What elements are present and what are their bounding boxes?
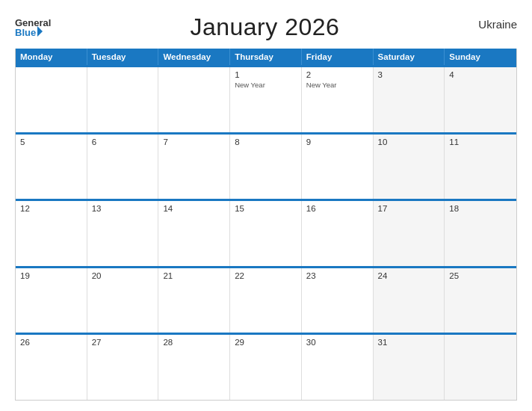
day-number: 5 [20, 137, 82, 146]
calendar-week: 19202122232425 [16, 266, 516, 333]
calendar-cell: 20 [87, 268, 159, 333]
calendar-cell: 29 [230, 335, 302, 400]
calendar-cell: 17 [374, 201, 445, 266]
calendar-cell: 12 [16, 201, 87, 266]
day-number: 25 [449, 271, 512, 280]
calendar: MondayTuesdayWednesdayThursdayFridaySatu… [15, 49, 517, 401]
calendar-cell: 14 [158, 201, 230, 266]
calendar-cell: 30 [302, 335, 374, 400]
calendar-cell: 28 [158, 335, 230, 400]
weekday-header: Thursday [230, 49, 302, 65]
calendar-week: 1New Year2New Year34 [16, 65, 516, 132]
day-number: 1 [235, 70, 297, 79]
calendar-cell: 6 [87, 135, 159, 200]
day-number: 20 [92, 271, 154, 280]
day-number: 18 [449, 204, 512, 213]
day-number: 17 [378, 204, 440, 213]
calendar-cell: 26 [16, 335, 87, 400]
weekday-header: Tuesday [87, 49, 159, 65]
calendar-cell: 13 [87, 201, 159, 266]
day-number: 29 [235, 338, 297, 347]
calendar-week: 262728293031 [16, 333, 516, 400]
logo-general-text: General [15, 18, 51, 28]
calendar-cell: 25 [445, 268, 516, 333]
day-number: 10 [378, 137, 440, 146]
calendar-cell: 15 [230, 201, 302, 266]
calendar-cell: 5 [16, 135, 87, 200]
calendar-cell: 23 [302, 268, 374, 333]
day-number: 8 [235, 137, 297, 146]
day-number: 22 [235, 271, 297, 280]
calendar-cell: 16 [302, 201, 374, 266]
calendar-cell: 8 [230, 135, 302, 200]
day-number: 15 [235, 204, 297, 213]
calendar-week: 567891011 [16, 132, 516, 200]
day-number: 6 [92, 137, 154, 146]
calendar-week: 12131415161718 [16, 199, 516, 266]
calendar-cell: 19 [16, 268, 87, 333]
calendar-cell: 24 [374, 268, 445, 333]
logo: General Blue [15, 18, 51, 37]
day-number: 21 [163, 271, 225, 280]
calendar-cell: 11 [445, 135, 516, 200]
calendar-cell: 9 [302, 135, 374, 200]
weekday-header: Sunday [445, 49, 516, 65]
day-number: 19 [20, 271, 82, 280]
logo-blue-row: Blue [15, 28, 51, 37]
day-number: 9 [306, 137, 368, 146]
page: General Blue January 2026 Ukraine Monday… [0, 0, 532, 411]
header: General Blue January 2026 Ukraine [15, 13, 517, 41]
day-number: 12 [20, 204, 82, 213]
holiday-label: New Year [235, 81, 297, 90]
calendar-cell: 21 [158, 268, 230, 333]
calendar-header: MondayTuesdayWednesdayThursdayFridaySatu… [16, 49, 516, 65]
weekday-header: Saturday [374, 49, 445, 65]
logo-blue-text: Blue [15, 28, 36, 37]
day-number: 24 [378, 271, 440, 280]
day-number: 4 [449, 70, 512, 79]
logo-triangle-icon [37, 26, 43, 37]
day-number: 16 [306, 204, 368, 213]
calendar-cell: 10 [374, 135, 445, 200]
day-number: 14 [163, 204, 225, 213]
day-number: 3 [378, 70, 440, 79]
calendar-cell: 31 [374, 335, 445, 400]
calendar-cell [87, 67, 159, 132]
country-label: Ukraine [478, 13, 517, 31]
weekday-header: Friday [302, 49, 374, 65]
day-number: 11 [449, 137, 512, 146]
calendar-cell: 4 [445, 67, 516, 132]
day-number: 28 [163, 338, 225, 347]
calendar-cell: 18 [445, 201, 516, 266]
calendar-cell [445, 335, 516, 400]
day-number: 13 [92, 204, 154, 213]
day-number: 31 [378, 338, 440, 347]
weekday-header: Wednesday [158, 49, 230, 65]
calendar-title: January 2026 [190, 13, 339, 41]
weekday-header: Monday [16, 49, 87, 65]
calendar-cell: 7 [158, 135, 230, 200]
calendar-cell: 22 [230, 268, 302, 333]
day-number: 27 [92, 338, 154, 347]
day-number: 2 [306, 70, 368, 79]
day-number: 26 [20, 338, 82, 347]
calendar-cell [158, 67, 230, 132]
calendar-cell: 1New Year [230, 67, 302, 132]
calendar-cell: 27 [87, 335, 159, 400]
calendar-cell: 2New Year [302, 67, 374, 132]
day-number: 7 [163, 137, 225, 146]
holiday-label: New Year [306, 81, 368, 90]
calendar-cell [16, 67, 87, 132]
calendar-cell: 3 [374, 67, 445, 132]
day-number: 30 [306, 338, 368, 347]
day-number: 23 [306, 271, 368, 280]
